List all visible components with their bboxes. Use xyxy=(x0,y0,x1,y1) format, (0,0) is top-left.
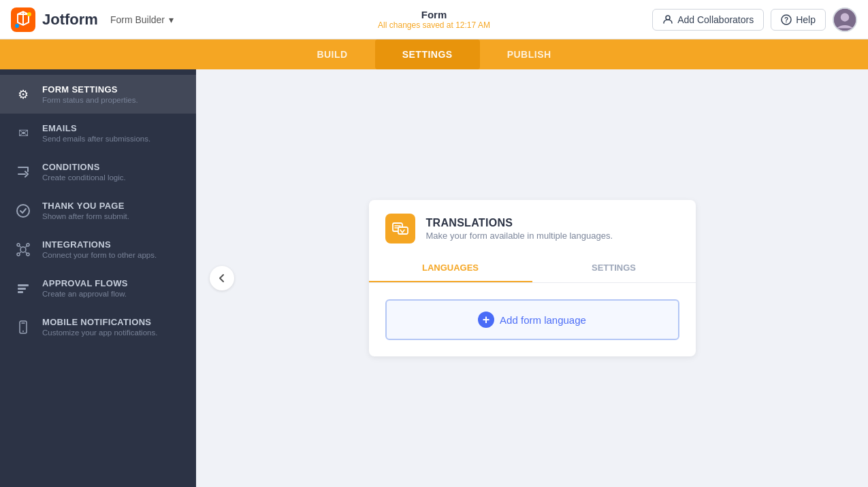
mobile-icon xyxy=(14,318,33,337)
svg-rect-19 xyxy=(18,288,26,290)
emails-title: EMAILS xyxy=(42,123,150,133)
sidebar-item-mobile-notifications[interactable]: MOBILE NOTIFICATIONS Customize your app … xyxy=(0,307,196,346)
integrations-title: INTEGRATIONS xyxy=(42,239,157,250)
checkmark-icon xyxy=(14,201,33,220)
center-area: Form All changes saved at 12:17 AM xyxy=(378,9,490,30)
conditions-icon xyxy=(14,163,33,182)
approval-flows-subtitle: Create an approval flow. xyxy=(42,290,128,298)
svg-point-11 xyxy=(27,244,29,246)
conditions-subtitle: Create conditional logic. xyxy=(42,173,126,182)
add-language-button[interactable]: + Add form language xyxy=(385,299,679,340)
form-builder-label: Form Builder xyxy=(110,14,165,25)
translations-body: + Add form language xyxy=(369,283,696,356)
tab-build[interactable]: BUILD xyxy=(289,39,374,69)
email-icon: ✉ xyxy=(14,124,33,143)
integrations-subtitle: Connect your form to other apps. xyxy=(42,251,157,259)
thank-you-title: THANK YOU PAGE xyxy=(42,201,129,211)
translations-header: TRANSLATIONS Make your form available in… xyxy=(369,200,696,254)
back-button[interactable] xyxy=(210,266,234,290)
integrations-icon xyxy=(14,240,33,259)
sidebar-item-integrations[interactable]: INTEGRATIONS Connect your form to other … xyxy=(0,230,196,269)
sidebar-item-conditions[interactable]: CONDITIONS Create conditional logic. xyxy=(0,152,196,191)
sidebar: ⚙ FORM SETTINGS Form status and properti… xyxy=(0,69,196,487)
content-area: TRANSLATIONS Make your form available in… xyxy=(196,69,868,487)
person-icon xyxy=(662,14,673,25)
mobile-notifications-subtitle: Customize your app notifications. xyxy=(42,329,157,337)
svg-line-15 xyxy=(26,246,27,248)
help-icon: ? xyxy=(781,14,792,25)
nav-tabs: BUILD SETTINGS PUBLISH xyxy=(0,39,868,69)
svg-point-7 xyxy=(841,13,849,21)
approval-icon xyxy=(14,279,33,298)
translations-panel: TRANSLATIONS Make your form available in… xyxy=(369,200,696,356)
form-builder-button[interactable]: Form Builder ▾ xyxy=(105,12,179,28)
mobile-notifications-title: MOBILE NOTIFICATIONS xyxy=(42,317,157,327)
add-collaborators-label: Add Collaborators xyxy=(677,14,754,25)
svg-rect-18 xyxy=(18,284,29,286)
svg-point-12 xyxy=(17,253,20,256)
svg-point-2 xyxy=(27,12,31,16)
tab-settings[interactable]: SETTINGS xyxy=(375,39,480,69)
form-title: Form xyxy=(378,9,490,20)
add-language-label: Add form language xyxy=(500,314,586,326)
svg-point-13 xyxy=(27,253,29,256)
svg-point-10 xyxy=(17,244,20,246)
svg-point-22 xyxy=(22,331,24,332)
main-layout: ⚙ FORM SETTINGS Form status and properti… xyxy=(0,69,868,487)
form-settings-subtitle: Form status and properties. xyxy=(42,96,138,104)
help-label: Help xyxy=(796,14,816,25)
form-settings-title: FORM SETTINGS xyxy=(42,84,138,95)
sidebar-item-emails[interactable]: ✉ EMAILS Send emails after submissions. xyxy=(0,114,196,152)
help-button[interactable]: ? Help xyxy=(771,9,826,31)
sidebar-item-approval-flows[interactable]: APPROVAL FLOWS Create an approval flow. xyxy=(0,269,196,307)
content-inner: TRANSLATIONS Make your form available in… xyxy=(196,69,868,487)
gear-icon: ⚙ xyxy=(14,85,33,104)
add-collaborators-button[interactable]: Add Collaborators xyxy=(652,9,764,31)
thank-you-subtitle: Shown after form submit. xyxy=(42,212,129,220)
translations-icon-box xyxy=(385,214,415,244)
translations-subtitle: Make your form available in multiple lan… xyxy=(426,231,613,241)
svg-point-1 xyxy=(15,24,19,28)
svg-rect-27 xyxy=(398,227,408,234)
svg-line-17 xyxy=(26,252,27,253)
tab-translations-settings[interactable]: SETTINGS xyxy=(532,254,696,282)
avatar[interactable] xyxy=(833,7,857,32)
tab-languages[interactable]: LANGUAGES xyxy=(369,254,532,282)
top-header: Jotform Form Builder ▾ Form All changes … xyxy=(0,0,868,39)
translations-title: TRANSLATIONS xyxy=(426,217,613,229)
emails-subtitle: Send emails after submissions. xyxy=(42,135,150,143)
svg-line-16 xyxy=(20,252,21,253)
jotform-logo-icon xyxy=(11,7,35,32)
sidebar-item-thank-you[interactable]: THANK YOU PAGE Shown after form submit. xyxy=(0,191,196,230)
chevron-down-icon: ▾ xyxy=(169,14,174,25)
svg-line-14 xyxy=(20,246,21,248)
approval-flows-title: APPROVAL FLOWS xyxy=(42,278,128,288)
translations-tabs: LANGUAGES SETTINGS xyxy=(369,254,696,283)
tab-publish[interactable]: PUBLISH xyxy=(480,39,579,69)
svg-rect-20 xyxy=(18,291,23,293)
logo-area: Jotform Form Builder ▾ xyxy=(11,7,179,32)
saved-status: All changes saved at 12:17 AM xyxy=(378,20,490,30)
right-area: Add Collaborators ? Help xyxy=(652,7,857,32)
conditions-title: CONDITIONS xyxy=(42,162,126,172)
sidebar-item-form-settings[interactable]: ⚙ FORM SETTINGS Form status and properti… xyxy=(0,75,196,114)
jotform-logo-text: Jotform xyxy=(42,11,98,29)
plus-icon: + xyxy=(478,312,494,328)
translations-icon xyxy=(391,220,409,237)
svg-point-3 xyxy=(666,16,670,20)
svg-point-9 xyxy=(20,247,26,252)
svg-point-8 xyxy=(17,205,29,217)
svg-text:?: ? xyxy=(784,16,788,24)
